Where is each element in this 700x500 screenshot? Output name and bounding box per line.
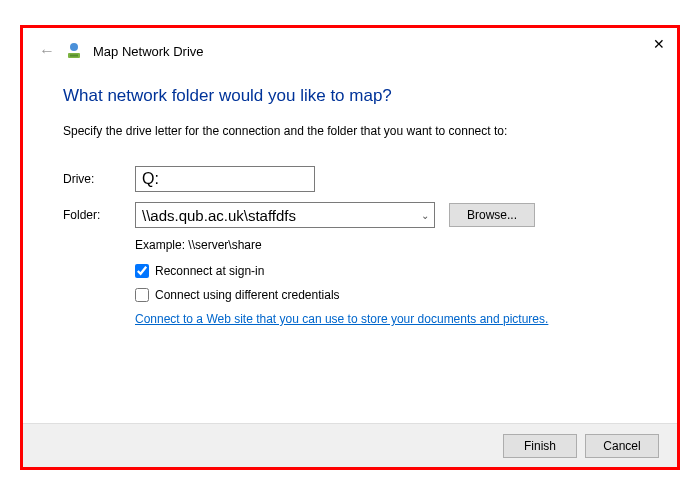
drive-row: Drive: — [63, 166, 637, 192]
folder-row: Folder: ⌄ Browse... — [63, 202, 637, 228]
svg-rect-2 — [70, 55, 78, 57]
dialog-window: ✕ ← Map Network Drive What network folde… — [20, 25, 680, 470]
drive-label: Drive: — [63, 172, 135, 186]
main-heading: What network folder would you like to ma… — [63, 86, 637, 106]
reconnect-checkbox[interactable] — [135, 264, 149, 278]
svg-point-0 — [70, 43, 78, 51]
back-arrow-icon: ← — [39, 42, 55, 59]
example-text: Example: \\server\share — [135, 238, 637, 252]
drive-select[interactable] — [135, 166, 315, 192]
close-icon: ✕ — [653, 36, 665, 52]
folder-label: Folder: — [63, 208, 135, 222]
web-link-row: Connect to a Web site that you can use t… — [135, 312, 637, 326]
diff-creds-checkbox[interactable] — [135, 288, 149, 302]
dialog-content: What network folder would you like to ma… — [23, 68, 677, 336]
folder-input[interactable] — [135, 202, 435, 228]
reconnect-label: Reconnect at sign-in — [155, 264, 264, 278]
network-drive-icon — [65, 42, 83, 60]
cancel-button[interactable]: Cancel — [585, 434, 659, 458]
back-button[interactable]: ← — [39, 42, 55, 60]
dialog-footer: Finish Cancel — [23, 423, 677, 467]
diff-creds-row: Connect using different credentials — [135, 288, 637, 302]
dialog-header: ← Map Network Drive — [23, 28, 677, 68]
finish-button[interactable]: Finish — [503, 434, 577, 458]
instruction-text: Specify the drive letter for the connect… — [63, 124, 637, 138]
window-title: Map Network Drive — [93, 44, 204, 59]
reconnect-row: Reconnect at sign-in — [135, 264, 637, 278]
connect-website-link[interactable]: Connect to a Web site that you can use t… — [135, 312, 548, 326]
browse-button[interactable]: Browse... — [449, 203, 535, 227]
close-button[interactable]: ✕ — [653, 36, 665, 52]
diff-creds-label: Connect using different credentials — [155, 288, 340, 302]
